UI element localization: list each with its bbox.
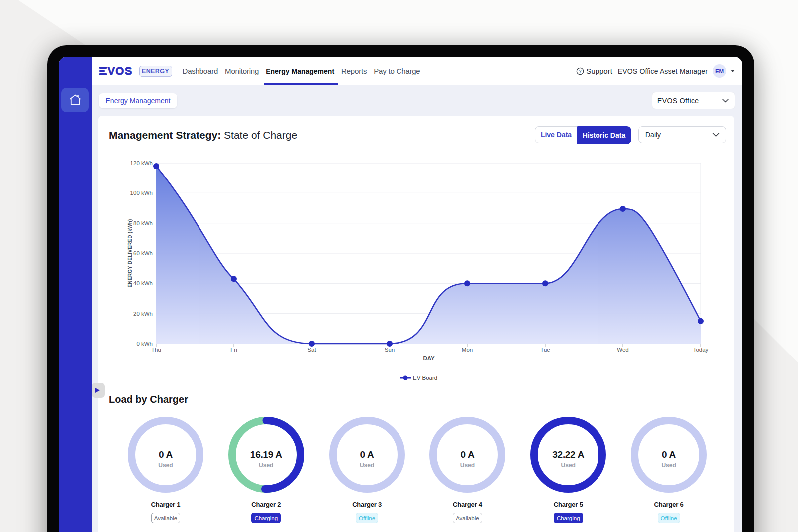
svg-text:Sat: Sat: [307, 347, 316, 353]
svg-text:?: ?: [579, 68, 582, 74]
svg-text:ENERGY DELIVERED (kWh): ENERGY DELIVERED (kWh): [127, 219, 133, 287]
svg-text:EV Board: EV Board: [413, 375, 437, 381]
svg-text:40 kWh: 40 kWh: [133, 280, 153, 286]
svg-text:Today: Today: [693, 347, 709, 353]
svg-text:20 kWh: 20 kWh: [133, 311, 153, 317]
svg-text:Fri: Fri: [230, 347, 237, 353]
svg-text:60 kWh: 60 kWh: [133, 250, 153, 256]
svg-text:120 kWh: 120 kWh: [130, 160, 153, 166]
svg-text:Tue: Tue: [540, 347, 550, 353]
svg-text:80 kWh: 80 kWh: [133, 220, 153, 226]
svg-text:Mon: Mon: [462, 347, 473, 353]
svg-text:DAY: DAY: [423, 355, 435, 361]
svg-text:Sun: Sun: [385, 347, 395, 353]
svg-text:100 kWh: 100 kWh: [130, 190, 153, 196]
svg-text:Wed: Wed: [617, 347, 628, 353]
svg-text:0 kWh: 0 kWh: [136, 341, 153, 347]
svg-text:Thu: Thu: [151, 347, 161, 353]
